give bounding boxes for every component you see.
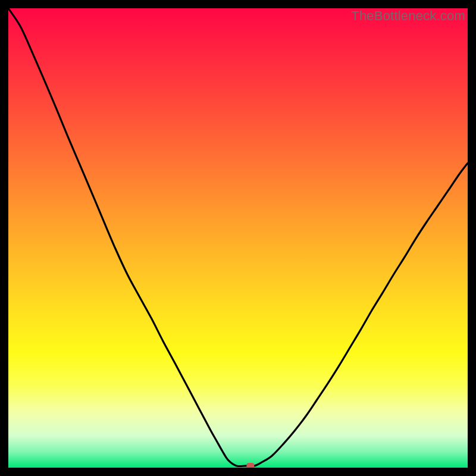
watermark-text: TheBottleneck.com	[351, 8, 465, 24]
chart-frame: TheBottleneck.com	[8, 8, 468, 468]
gradient-background	[8, 8, 468, 468]
bottleneck-chart	[8, 8, 468, 468]
optimal-point-marker	[246, 463, 254, 468]
